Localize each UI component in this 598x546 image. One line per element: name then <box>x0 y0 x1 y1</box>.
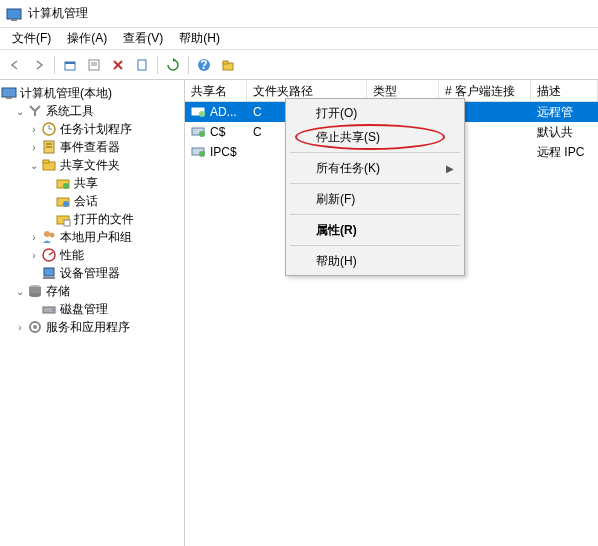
session-icon <box>55 193 71 209</box>
svg-rect-9 <box>138 60 146 70</box>
ctx-label: 停止共享(S) <box>316 129 380 146</box>
shared-folder-icon <box>41 157 57 173</box>
tree-label: 本地用户和组 <box>60 229 132 246</box>
expand-icon[interactable]: › <box>28 142 40 153</box>
cell-path: C <box>253 105 262 119</box>
tools-icon <box>27 103 43 119</box>
svg-rect-23 <box>43 160 49 163</box>
svg-rect-3 <box>65 62 75 64</box>
svg-point-25 <box>63 183 69 189</box>
svg-rect-13 <box>223 61 228 64</box>
cell-name: AD... <box>210 105 237 119</box>
expand-icon[interactable]: › <box>28 124 40 135</box>
collapse-icon[interactable]: ⌄ <box>28 160 40 171</box>
tree-open-files[interactable]: 打开的文件 <box>0 210 184 228</box>
tree-label: 性能 <box>60 247 84 264</box>
expand-icon[interactable]: › <box>28 232 40 243</box>
cell-desc: 远程 IPC <box>537 144 584 161</box>
col-share-name[interactable]: 共享名 <box>185 80 247 101</box>
collapse-icon[interactable]: ⌄ <box>14 106 26 117</box>
storage-icon <box>27 283 43 299</box>
device-icon <box>41 265 57 281</box>
tree-task-scheduler[interactable]: › 任务计划程序 <box>0 120 184 138</box>
tree-label: 服务和应用程序 <box>46 319 130 336</box>
tree-system-tools[interactable]: ⌄ 系统工具 <box>0 102 184 120</box>
tree-performance[interactable]: › 性能 <box>0 246 184 264</box>
col-desc[interactable]: 描述 <box>531 80 598 101</box>
ctx-separator <box>290 214 460 215</box>
back-button[interactable] <box>4 54 26 76</box>
ctx-all-tasks[interactable]: 所有任务(K)▶ <box>288 156 462 180</box>
svg-rect-1 <box>11 19 17 21</box>
toolbar: ? <box>0 50 598 80</box>
tree-label: 会话 <box>74 193 98 210</box>
export-button[interactable] <box>131 54 153 76</box>
menu-file[interactable]: 文件(F) <box>4 28 59 49</box>
title-bar: 计算机管理 <box>0 0 598 28</box>
menu-action[interactable]: 操作(A) <box>59 28 115 49</box>
cell-path: C <box>253 125 262 139</box>
svg-point-30 <box>44 231 50 237</box>
toolbar-separator <box>54 56 55 74</box>
svg-point-31 <box>50 233 55 238</box>
tree-label: 存储 <box>46 283 70 300</box>
svg-point-46 <box>199 131 205 137</box>
svg-point-48 <box>199 151 205 157</box>
help-button[interactable]: ? <box>193 54 215 76</box>
tree-label: 计算机管理(本地) <box>20 85 112 102</box>
tree-device-manager[interactable]: 设备管理器 <box>0 264 184 282</box>
submenu-arrow-icon: ▶ <box>446 163 454 174</box>
properties-button[interactable] <box>83 54 105 76</box>
disk-icon <box>41 301 57 317</box>
tree-label: 任务计划程序 <box>60 121 132 138</box>
share-icon <box>55 175 71 191</box>
ctx-help[interactable]: 帮助(H) <box>288 249 462 273</box>
svg-point-40 <box>52 309 54 311</box>
tree-label: 设备管理器 <box>60 265 120 282</box>
refresh-button[interactable] <box>162 54 184 76</box>
share-item-icon <box>191 125 207 139</box>
ctx-separator <box>290 245 460 246</box>
tree-services-apps[interactable]: › 服务和应用程序 <box>0 318 184 336</box>
menu-help[interactable]: 帮助(H) <box>171 28 228 49</box>
tree-shared-folders[interactable]: ⌄ 共享文件夹 <box>0 156 184 174</box>
svg-text:?: ? <box>200 58 207 72</box>
svg-rect-29 <box>64 220 70 226</box>
openfile-icon <box>55 211 71 227</box>
tree-sessions[interactable]: 会话 <box>0 192 184 210</box>
expand-icon[interactable]: › <box>14 322 26 333</box>
svg-rect-34 <box>44 268 54 276</box>
svg-rect-14 <box>2 88 16 97</box>
tree-label: 事件查看器 <box>60 139 120 156</box>
tree-label: 磁盘管理 <box>60 301 108 318</box>
tree-event-viewer[interactable]: › 事件查看器 <box>0 138 184 156</box>
ctx-label: 帮助(H) <box>316 253 357 270</box>
users-icon <box>41 229 57 245</box>
up-button[interactable] <box>59 54 81 76</box>
tree-local-users[interactable]: › 本地用户和组 <box>0 228 184 246</box>
menu-bar: 文件(F) 操作(A) 查看(V) 帮助(H) <box>0 28 598 50</box>
ctx-label: 属性(R) <box>316 222 357 239</box>
tree-disk-mgmt[interactable]: 磁盘管理 <box>0 300 184 318</box>
collapse-icon[interactable]: ⌄ <box>14 286 26 297</box>
expand-icon[interactable]: › <box>28 250 40 261</box>
ctx-refresh[interactable]: 刷新(F) <box>288 187 462 211</box>
tree-label: 系统工具 <box>46 103 94 120</box>
tree-label: 共享文件夹 <box>60 157 120 174</box>
delete-button[interactable] <box>107 54 129 76</box>
forward-button[interactable] <box>28 54 50 76</box>
ctx-properties[interactable]: 属性(R) <box>288 218 462 242</box>
ctx-stop-sharing[interactable]: 停止共享(S) <box>288 125 462 149</box>
cell-name: IPC$ <box>210 145 237 159</box>
tree-shares[interactable]: 共享 <box>0 174 184 192</box>
tree-root[interactable]: 计算机管理(本地) <box>0 84 184 102</box>
ctx-open[interactable]: 打开(O) <box>288 101 462 125</box>
new-share-button[interactable] <box>217 54 239 76</box>
context-menu: 打开(O) 停止共享(S) 所有任务(K)▶ 刷新(F) 属性(R) 帮助(H) <box>285 98 465 276</box>
svg-point-38 <box>29 293 41 297</box>
svg-line-33 <box>49 252 53 255</box>
tree-storage[interactable]: ⌄ 存储 <box>0 282 184 300</box>
ctx-separator <box>290 183 460 184</box>
menu-view[interactable]: 查看(V) <box>115 28 171 49</box>
computer-icon <box>1 85 17 101</box>
